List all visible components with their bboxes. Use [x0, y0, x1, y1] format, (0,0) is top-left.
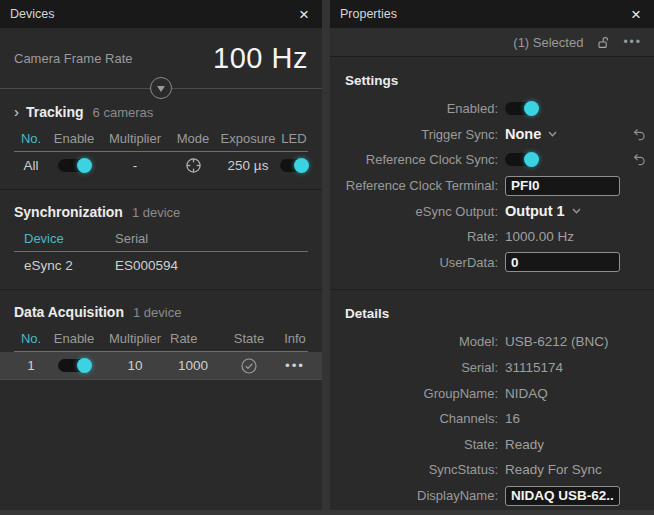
- groupname-value: NIDAQ: [505, 386, 548, 401]
- esync-output-row: eSync Output: Output 1: [330, 198, 654, 224]
- data-acquisition-table-header: No. Enable Multiplier Rate State Info: [14, 326, 308, 352]
- serial-row: Serial: 31115174: [330, 355, 654, 381]
- unlock-icon[interactable]: [597, 36, 609, 49]
- channels-value: 16: [505, 411, 520, 426]
- frame-rate-expander-button[interactable]: [150, 77, 172, 99]
- channels-label: Channels:: [330, 411, 498, 426]
- reference-clock-sync-label: Reference Clock Sync:: [330, 152, 498, 167]
- trigger-sync-label: Trigger Sync:: [330, 127, 498, 142]
- reference-clock-sync-row: Reference Clock Sync:: [330, 147, 654, 173]
- syncstatus-row: SyncStatus: Ready For Sync: [330, 457, 654, 483]
- rate-row: Rate: 1000.00 Hz: [330, 224, 654, 250]
- settings-heading: Settings: [330, 57, 654, 96]
- esync-output-label: eSync Output:: [330, 204, 498, 219]
- rate-value: 1000.00 Hz: [505, 229, 574, 244]
- daq-row-multiplier: 10: [100, 358, 170, 373]
- state-label: State:: [330, 437, 498, 452]
- esync-output-dropdown[interactable]: Output 1: [505, 203, 581, 219]
- daq-row-rate: 1000: [170, 358, 216, 373]
- daq-row-no: 1: [14, 358, 48, 373]
- chevron-down-icon: [572, 208, 581, 214]
- reference-clock-sync-reset-icon[interactable]: [633, 153, 646, 166]
- trigger-sync-reset-icon[interactable]: [633, 128, 646, 141]
- groupname-label: GroupName:: [330, 386, 498, 401]
- syncstatus-value: Ready For Sync: [505, 462, 602, 477]
- model-row: Model: USB-6212 (BNC): [330, 329, 654, 355]
- window-bottom-edge: [0, 510, 654, 515]
- data-acquisition-table: No. Enable Multiplier Rate State Info 1 …: [0, 326, 322, 379]
- data-acquisition-title: Data Acquisition: [14, 304, 124, 320]
- serial-label: Serial:: [330, 360, 498, 375]
- synchronization-section-header: Synchronization 1 device: [0, 190, 322, 226]
- daq-enable-toggle[interactable]: [58, 359, 91, 372]
- displayname-row: DisplayName:: [330, 483, 654, 509]
- tracking-led-toggle[interactable]: [280, 159, 308, 172]
- model-value: USB-6212 (BNC): [505, 334, 609, 349]
- synchronization-row-esync[interactable]: eSync 2 ES000594: [0, 252, 322, 279]
- userdata-input[interactable]: [505, 252, 620, 272]
- reference-clock-terminal-row: Reference Clock Terminal:: [330, 173, 654, 199]
- devices-close-icon[interactable]: ×: [296, 6, 312, 23]
- collapse-chevron-icon: ›: [14, 103, 19, 120]
- col-exposure: Exposure: [216, 131, 280, 146]
- synchronization-title: Synchronization: [14, 204, 123, 220]
- section-separator: [0, 379, 322, 380]
- state-check-icon: [240, 357, 258, 375]
- trigger-sync-row: Trigger Sync: None: [330, 122, 654, 148]
- reference-clock-terminal-input[interactable]: [505, 176, 620, 196]
- motive-window: Devices × Camera Frame Rate 100 Hz › Tra…: [0, 0, 654, 515]
- data-acquisition-row-1[interactable]: 1 10 1000 •••: [0, 352, 322, 379]
- daq-info-menu-icon[interactable]: •••: [282, 358, 308, 373]
- channels-row: Channels: 16: [330, 406, 654, 432]
- tracking-row-exposure: 250 µs: [216, 158, 280, 173]
- col-multiplier: Multiplier: [100, 331, 170, 346]
- camera-frame-rate-label: Camera Frame Rate: [14, 51, 132, 66]
- enabled-toggle[interactable]: [505, 102, 538, 115]
- synchronization-table-header: Device Serial: [14, 226, 308, 252]
- tracking-row-multiplier: -: [100, 158, 170, 173]
- col-state: State: [216, 331, 282, 346]
- col-multiplier: Multiplier: [100, 131, 170, 146]
- data-acquisition-section-header: Data Acquisition 1 device: [0, 290, 322, 326]
- chevron-down-icon: [548, 131, 557, 137]
- devices-panel-title: Devices: [10, 7, 54, 21]
- reference-clock-sync-toggle[interactable]: [505, 153, 538, 166]
- synchronization-table: Device Serial eSync 2 ES000594: [0, 226, 322, 279]
- tracking-row-all[interactable]: All - 250 µs: [0, 152, 322, 179]
- col-enable: Enable: [48, 131, 100, 146]
- panel-splitter[interactable]: [322, 0, 330, 515]
- col-device: Device: [14, 231, 105, 246]
- properties-menu-icon[interactable]: •••: [623, 35, 642, 49]
- camera-frame-rate-value: 100 Hz: [213, 42, 308, 75]
- sync-device-serial: ES000594: [105, 258, 308, 273]
- tracking-title: Tracking: [26, 104, 84, 120]
- frame-rate-divider: [0, 88, 322, 89]
- properties-panel: Properties × (1) Selected ••• Settings E…: [330, 0, 654, 510]
- details-heading: Details: [330, 290, 654, 329]
- state-value: Ready: [505, 437, 544, 452]
- tracking-enable-toggle[interactable]: [58, 159, 91, 172]
- groupname-row: GroupName: NIDAQ: [330, 380, 654, 406]
- serial-value: 31115174: [505, 360, 563, 375]
- trigger-sync-dropdown[interactable]: None: [505, 126, 557, 142]
- displayname-input[interactable]: [505, 486, 620, 506]
- tracking-camera-count: 6 cameras: [93, 105, 154, 120]
- properties-titlebar: Properties ×: [330, 0, 654, 28]
- col-info: Info: [282, 331, 308, 346]
- enabled-label: Enabled:: [330, 101, 498, 116]
- col-no: No.: [14, 131, 48, 146]
- chevron-down-icon: [157, 86, 165, 92]
- tracking-table-header: No. Enable Multiplier Mode Exposure LED: [14, 126, 308, 152]
- rate-label: Rate:: [330, 229, 498, 244]
- properties-close-icon[interactable]: ×: [628, 6, 644, 23]
- tracking-table: No. Enable Multiplier Mode Exposure LED …: [0, 126, 322, 179]
- camera-mode-icon[interactable]: [185, 157, 202, 174]
- synchronization-device-count: 1 device: [132, 205, 180, 220]
- sync-device-name: eSync 2: [14, 258, 105, 273]
- properties-toolbar: (1) Selected •••: [330, 28, 654, 57]
- enabled-row: Enabled:: [330, 96, 654, 122]
- state-row: State: Ready: [330, 432, 654, 458]
- data-acquisition-device-count: 1 device: [133, 305, 181, 320]
- devices-titlebar: Devices ×: [0, 0, 322, 28]
- selection-count: (1) Selected: [513, 35, 583, 50]
